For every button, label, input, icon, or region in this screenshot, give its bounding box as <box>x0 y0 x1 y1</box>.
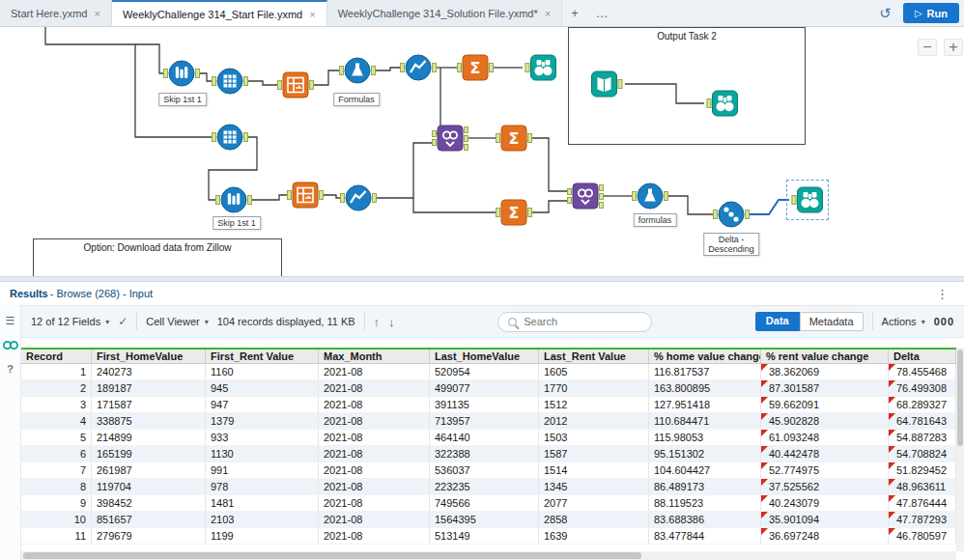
table-cell[interactable]: 83.477844 <box>649 528 761 544</box>
table-cell[interactable]: 2021-08 <box>319 397 430 412</box>
table-cell[interactable]: 51.829452 <box>889 462 956 478</box>
table-cell[interactable]: 851657 <box>92 512 206 527</box>
table-cell[interactable]: 2021-08 <box>319 413 430 429</box>
table-cell[interactable]: 86.489173 <box>649 479 761 494</box>
column-header[interactable]: Record <box>21 350 92 363</box>
search-input[interactable] <box>524 316 630 327</box>
table-cell[interactable]: 2103 <box>206 512 319 527</box>
column-header[interactable]: % home value change <box>649 350 761 363</box>
table-cell[interactable]: 2 <box>21 380 92 396</box>
select-tool[interactable] <box>212 124 248 151</box>
table-cell[interactable]: 945 <box>206 380 319 396</box>
zoom-out-button[interactable]: − <box>918 39 937 56</box>
table-cell[interactable]: 1503 <box>539 430 649 445</box>
crosstab-tool[interactable] <box>277 71 314 98</box>
tab-solution-file[interactable]: WeeklyChallenge 314_Solution File.yxmd* … <box>327 0 563 26</box>
table-cell[interactable]: 64.781643 <box>889 413 956 429</box>
actions-dropdown[interactable]: Actions ▾ <box>882 316 925 327</box>
table-cell[interactable]: 1481 <box>206 495 319 511</box>
table-cell[interactable]: 3 <box>21 397 92 412</box>
actions-extra[interactable]: 000 <box>934 316 954 327</box>
table-cell[interactable]: 110.684471 <box>649 413 761 429</box>
table-cell[interactable]: 2021-08 <box>319 528 430 544</box>
table-cell[interactable]: 40.442478 <box>761 446 889 462</box>
table-cell[interactable]: 37.525562 <box>761 479 889 494</box>
summarize-tool[interactable]: Σ <box>496 125 532 152</box>
table-cell[interactable]: 2012 <box>539 413 649 429</box>
table-cell[interactable]: 47.876444 <box>889 495 956 511</box>
formula-tool[interactable] <box>632 182 668 210</box>
column-header[interactable]: Last_Rent Value <box>539 350 649 363</box>
table-cell[interactable]: 1587 <box>539 446 649 462</box>
table-cell[interactable]: 116.817537 <box>649 364 761 379</box>
table-row[interactable]: 616519911302021-08322388158795.15130240.… <box>21 446 956 462</box>
table-cell[interactable]: 10 <box>21 512 92 527</box>
table-cell[interactable]: 171587 <box>92 397 206 412</box>
column-header[interactable]: First_HomeValue <box>92 350 206 363</box>
table-cell[interactable]: 54.887283 <box>889 430 956 445</box>
table-cell[interactable]: 2021-08 <box>319 380 430 396</box>
tab-start-file[interactable]: WeeklyChallenge 314_Start File.yxmd × <box>112 0 327 26</box>
column-header[interactable]: % rent value change <box>761 350 889 363</box>
table-cell[interactable]: 2021-08 <box>319 462 430 478</box>
table-cell[interactable]: 5 <box>21 430 92 445</box>
table-cell[interactable]: 947 <box>206 397 319 412</box>
tab-start-here[interactable]: Start Here.yxmd × <box>0 0 112 26</box>
table-cell[interactable]: 4 <box>21 413 92 429</box>
table-cell[interactable]: 1 <box>21 364 92 379</box>
table-cell[interactable]: 2021-08 <box>319 430 430 445</box>
table-cell[interactable]: 163.800895 <box>649 380 761 396</box>
table-cell[interactable]: 115.98053 <box>649 430 761 445</box>
column-header[interactable]: Last_HomeValue <box>430 350 539 363</box>
tab-overflow-button[interactable]: … <box>587 0 617 26</box>
join-tool[interactable] <box>432 125 468 152</box>
column-header[interactable]: Max_Month <box>319 350 430 363</box>
table-cell[interactable]: 36.697248 <box>761 528 889 544</box>
table-cell[interactable]: 8 <box>21 479 92 494</box>
table-cell[interactable]: 119704 <box>92 479 206 494</box>
table-cell[interactable]: 1564395 <box>430 512 539 527</box>
new-tab-button[interactable]: + <box>562 0 587 26</box>
table-cell[interactable]: 9 <box>21 495 92 511</box>
table-row[interactable]: 52148999332021-084641401503115.9805361.0… <box>21 430 956 446</box>
table-row[interactable]: 1127967911992021-08513149163983.47784436… <box>21 528 956 545</box>
table-cell[interactable]: 2858 <box>539 512 649 527</box>
table-cell[interactable]: 1160 <box>206 364 319 379</box>
metadata-view-button[interactable]: Metadata <box>800 312 864 331</box>
formula-tool[interactable] <box>339 57 376 84</box>
table-cell[interactable]: 11 <box>21 528 92 544</box>
browse-tool-selected[interactable] <box>792 186 824 213</box>
table-cell[interactable]: 127.951418 <box>649 397 761 412</box>
table-row[interactable]: 433887513792021-087139572012110.68447145… <box>21 413 956 430</box>
table-cell[interactable]: 279679 <box>92 528 206 544</box>
history-icon[interactable]: ↺ <box>879 5 892 22</box>
browse-tool[interactable] <box>707 90 739 117</box>
vertical-scrollbar[interactable] <box>956 348 964 551</box>
table-cell[interactable]: 520954 <box>430 364 539 379</box>
select-tool[interactable] <box>212 68 248 95</box>
table-cell[interactable]: 2021-08 <box>319 512 430 527</box>
summarize-tool[interactable]: Σ <box>496 199 532 226</box>
table-row[interactable]: 1085165721032021-081564395285883.6883863… <box>21 512 956 528</box>
tab-close-icon[interactable]: × <box>309 9 315 20</box>
table-cell[interactable]: 1345 <box>539 479 649 494</box>
table-cell[interactable]: 933 <box>206 430 319 445</box>
table-cell[interactable]: 2021-08 <box>319 479 430 494</box>
table-cell[interactable]: 338875 <box>92 413 206 429</box>
table-cell[interactable]: 513149 <box>430 528 539 544</box>
table-cell[interactable]: 499077 <box>430 380 539 396</box>
sample-tool[interactable] <box>163 60 200 87</box>
sort-tool[interactable] <box>713 201 750 228</box>
table-cell[interactable]: 6 <box>21 446 92 462</box>
table-cell[interactable]: 68.289327 <box>889 397 956 412</box>
table-cell[interactable]: 88.119523 <box>649 495 761 511</box>
table-cell[interactable]: 46.780597 <box>889 528 956 544</box>
table-cell[interactable]: 536037 <box>430 462 539 478</box>
crosstab-tool[interactable] <box>287 182 324 209</box>
table-cell[interactable]: 59.662091 <box>761 397 889 412</box>
table-cell[interactable]: 391135 <box>430 397 539 412</box>
menu-icon[interactable]: ☰ <box>6 315 15 327</box>
column-header[interactable]: Delta <box>889 350 956 363</box>
table-cell[interactable]: 52.774975 <box>761 462 889 478</box>
running-total-tool[interactable] <box>340 184 377 211</box>
